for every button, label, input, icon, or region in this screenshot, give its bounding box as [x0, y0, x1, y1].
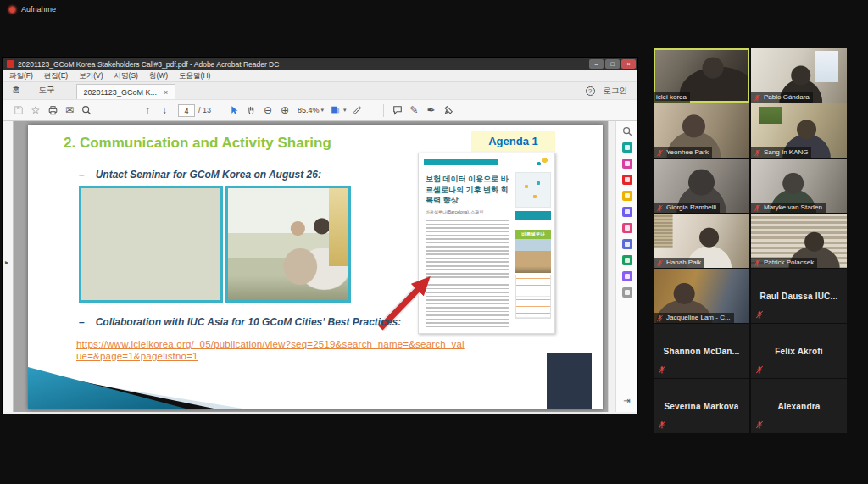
tab-close-icon[interactable]: ×	[164, 88, 168, 97]
print-icon[interactable]	[44, 103, 61, 118]
participant-tile[interactable]: Raul Daussa IUC...	[751, 269, 847, 323]
menu-view[interactable]: 보기(V)	[79, 71, 103, 81]
tab-tools[interactable]: 도구	[30, 85, 64, 99]
muted-mic-icon	[754, 94, 761, 102]
participant-grid: iclei korea Pablo Gándara Yeonhee Park S…	[654, 48, 847, 433]
menu-window[interactable]: 창(W)	[149, 71, 168, 81]
tab-home[interactable]: 홈	[3, 85, 30, 99]
restore-button[interactable]: □	[605, 59, 620, 69]
sign-icon[interactable]: ✒	[423, 103, 440, 118]
seminar-photos	[79, 186, 351, 303]
menu-file[interactable]: 파일(F)	[9, 71, 33, 81]
muted-mic-icon	[656, 259, 664, 267]
participant-tile[interactable]: Felix Akrofi	[751, 324, 847, 378]
next-page-icon[interactable]: ↓	[156, 103, 173, 118]
participant-name: Patrick Polacsek	[764, 259, 814, 267]
bullet-text: Untact Seminar for GCoM Korea on August …	[96, 169, 321, 181]
create-pdf-icon[interactable]	[622, 175, 632, 185]
toolbar: ☆ ✉ ↑ ↓ 4 / 13 ⊖ ⊕ 85.4% ▾ ▾ ✎ ✒	[3, 99, 637, 121]
nav-pane-collapsed[interactable]: ▸	[3, 121, 14, 412]
publication-city-label: 바르셀로나	[515, 230, 551, 239]
recording-label: Aufnahme	[21, 5, 56, 14]
close-button[interactable]: ×	[621, 59, 636, 69]
publication-map-image	[515, 172, 551, 208]
hand-tool-icon[interactable]	[242, 103, 259, 118]
stamp-icon[interactable]	[440, 103, 457, 118]
search-tool-icon[interactable]	[622, 126, 632, 136]
publication-info-table	[515, 275, 551, 319]
combine-files-icon[interactable]	[622, 207, 632, 217]
participant-name: iclei korea	[656, 93, 687, 102]
participant-tile[interactable]: Yeonhee Park	[654, 103, 749, 158]
login-button[interactable]: 로그인	[604, 86, 628, 97]
bullet-text: Collaboration with IUC Asia for 10 GCoM …	[96, 316, 402, 328]
compress-pdf-icon[interactable]	[622, 255, 632, 265]
zoom-in-icon[interactable]: ⊕	[276, 103, 293, 118]
page-display-icon[interactable]	[326, 103, 343, 118]
publication-link-line1[interactable]: https://www.icleikorea.org/_05/publicati…	[76, 338, 465, 350]
previous-page-icon[interactable]: ↑	[139, 103, 156, 118]
pdf-page[interactable]: 2. Communication and Activity Sharing Ag…	[28, 125, 603, 409]
menu-help[interactable]: 도움말(H)	[179, 71, 210, 81]
window-titlebar[interactable]: 20201123_GCoM Korea Stakeholders Call#3_…	[3, 58, 637, 70]
muted-mic-icon	[656, 314, 664, 322]
nav-pane-expand-icon[interactable]: ▸	[5, 259, 8, 266]
recording-dot-icon	[8, 6, 16, 14]
comment-icon[interactable]	[389, 103, 406, 118]
save-icon[interactable]	[10, 103, 27, 118]
menu-sign[interactable]: 서명(S)	[114, 71, 138, 81]
page-display-dropdown-icon[interactable]: ▾	[343, 107, 347, 114]
tab-bar: 홈 도구 20201123_GCoM K... × ? 로그인	[3, 82, 637, 99]
email-icon[interactable]: ✉	[61, 103, 78, 118]
export-pdf-icon[interactable]	[622, 142, 632, 153]
tab-document[interactable]: 20201123_GCoM K... ×	[76, 84, 176, 99]
tools-side-panel: ⇥	[615, 121, 637, 412]
participant-tile[interactable]: Maryke van Staden	[751, 159, 847, 213]
star-icon[interactable]: ☆	[27, 103, 44, 118]
bullet-dash: –	[79, 169, 85, 181]
recording-indicator: Aufnahme	[8, 5, 56, 14]
muted-mic-icon	[754, 204, 761, 212]
participant-tile[interactable]: Shannon McDan...	[654, 324, 749, 378]
muted-mic-icon	[754, 259, 761, 267]
page-number-input[interactable]: 4	[178, 104, 195, 117]
participant-tile[interactable]: Alexandra	[751, 379, 847, 433]
search-icon[interactable]	[78, 103, 95, 118]
participant-tile[interactable]: Patrick Polacsek	[751, 214, 847, 268]
participant-tile[interactable]: Severina Markova	[654, 379, 749, 433]
menu-edit[interactable]: 편집(E)	[44, 71, 68, 81]
help-icon[interactable]: ?	[586, 86, 595, 96]
participant-name: Shannon McDan...	[654, 324, 749, 378]
seminar-photo-left	[79, 186, 223, 303]
zoom-dropdown-icon[interactable]: ▾	[321, 107, 325, 114]
participant-name: Jacqueline Lam - C...	[666, 314, 731, 322]
zoom-level-value[interactable]: 85.4%	[298, 106, 320, 114]
measure-tool-icon[interactable]	[349, 103, 366, 118]
edit-pdf-icon[interactable]	[622, 159, 632, 169]
bullet-untact-seminar: – Untact Seminar for GCoM Korea on Augus…	[79, 169, 321, 181]
publication-header-bar	[424, 159, 498, 165]
acrobat-window: 20201123_GCoM Korea Stakeholders Call#3_…	[3, 58, 637, 414]
participant-name: Alexandra	[751, 379, 847, 433]
participant-tile[interactable]: Jacqueline Lam - C...	[654, 269, 749, 323]
select-tool-icon[interactable]	[225, 103, 242, 118]
pencil-icon[interactable]: ✎	[406, 103, 423, 118]
zoom-out-icon[interactable]: ⊖	[259, 103, 276, 118]
muted-mic-icon	[755, 420, 764, 429]
minimize-button[interactable]: –	[589, 59, 604, 69]
muted-mic-icon	[658, 420, 666, 429]
vertical-scrollbar[interactable]	[608, 121, 615, 412]
fill-and-sign-icon[interactable]	[622, 223, 632, 233]
more-tools-icon[interactable]	[622, 287, 632, 298]
expand-panel-icon[interactable]: ⇥	[623, 396, 630, 405]
participant-tile[interactable]: Giorgia Rambelli	[654, 159, 749, 213]
participant-tile[interactable]: Hanah Paik	[654, 214, 749, 268]
protect-pdf-icon[interactable]	[622, 239, 632, 249]
participant-tile[interactable]: iclei korea	[654, 48, 749, 103]
participant-name: Maryke van Staden	[764, 203, 822, 212]
comment-tool-icon[interactable]	[622, 191, 632, 201]
participant-tile[interactable]: Sang In KANG	[751, 103, 847, 158]
measure-icon[interactable]	[622, 271, 632, 281]
participant-tile[interactable]: Pablo Gándara	[751, 48, 847, 103]
desktop: Aufnahme 20201123_GCoM Korea Stakeholder…	[0, 0, 868, 484]
